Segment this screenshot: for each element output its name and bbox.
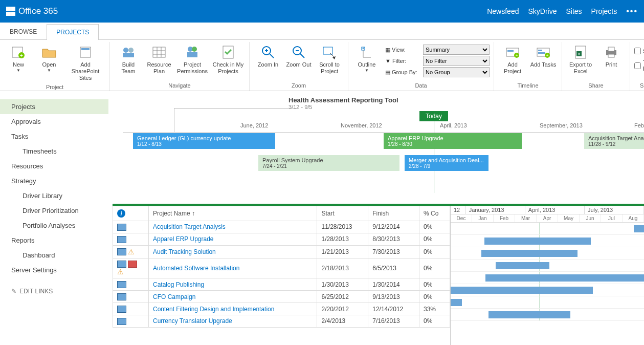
callout-title: Health Assessment Reporting Tool [288,96,398,104]
nav-projects[interactable]: Projects [591,7,617,15]
zoom-in-button[interactable]: Zoom In [254,43,282,69]
svg-rect-31 [507,50,514,52]
group-label-share: Share [566,81,626,90]
sidebar-item-driver-library[interactable]: Driver Library [0,188,108,203]
timeline-bar[interactable]: Payroll System Upgrade7/24 - 2/21 [258,155,399,171]
project-link[interactable]: Automated Software Installation [149,258,317,278]
grid-icon [151,44,167,60]
filter-select[interactable]: No Filter [423,56,490,66]
ribbon-group-project: +New▼ Open▼ Add SharePoint Sites Project [0,42,110,91]
sidebar-item-strategy[interactable]: Strategy [0,174,108,188]
timeline-bar[interactable]: Acquisition Target Analysis11/28 - 9/12 [584,133,644,149]
nav-newsfeed[interactable]: Newsfeed [487,7,519,15]
gantt-chart[interactable]: 12January, 2013April, 2013July, 2013 Dec… [450,206,644,345]
app-header: Office 365 Newsfeed SkyDrive Sites Proje… [0,0,644,23]
svg-line-18 [270,54,274,58]
project-link[interactable]: Currency Translator Upgrade [149,315,317,327]
add-project-button[interactable]: +Add Project [498,43,527,76]
table-row[interactable]: ⚠Audit Tracking Solution1/21/20137/30/20… [113,245,450,258]
outline-button[interactable]: +Outline▼ [352,43,381,74]
column-header[interactable]: Start [317,206,368,221]
gantt-bar[interactable] [488,311,570,318]
gantt-bar[interactable] [634,225,644,232]
column-header[interactable]: i [113,206,149,221]
print-button[interactable]: Print [597,43,626,69]
svg-rect-35 [538,50,542,51]
svg-rect-43 [608,47,614,51]
project-icon [117,293,126,300]
scroll-to-project-button[interactable]: Scroll to Project [315,43,344,76]
table-row[interactable]: Currency Translator Upgrade2/4/20137/16/… [113,315,450,327]
gantt-row [451,296,644,309]
sidebar-item-approvals[interactable]: Approvals [0,114,108,129]
group-label-navigate: Navigate [114,81,245,90]
sidebar-item-tasks[interactable]: Tasks [0,129,108,144]
table-row[interactable]: Content Filtering Design and Implementat… [113,303,450,315]
timewithdate-checkbox[interactable]: Time with Date [634,59,644,72]
project-link[interactable]: CFO Campaign [149,291,317,303]
team-icon [120,44,137,60]
zoom-out-button[interactable]: Zoom Out [284,43,313,69]
gantt-row [451,272,644,284]
sidebar-item-resources[interactable]: Resources [0,159,108,174]
open-button[interactable]: Open▼ [35,43,63,74]
gantt-bar[interactable] [451,287,593,294]
table-row[interactable]: Apparel ERP Upgrade1/28/20138/30/20130% [113,233,450,245]
gantt-bar[interactable] [451,299,462,306]
edit-links-button[interactable]: ✎ EDIT LINKS [0,288,108,295]
table-row[interactable]: ⚠Automated Software Installation2/18/201… [113,258,450,278]
add-tasks-button[interactable]: +Add Tasks [529,43,558,69]
svg-rect-7 [123,53,134,57]
gantt-month: January, 2013 [466,206,525,214]
column-header[interactable]: % Co [419,206,450,221]
more-icon[interactable]: ••• [626,7,638,16]
subprojects-checkbox[interactable]: Subprojects [634,48,644,54]
column-header[interactable]: Project Name ↑ [149,206,317,221]
table-row[interactable]: CFO Campaign6/25/20129/13/20130% [113,291,450,303]
table-row[interactable]: Catalog Publishing1/30/20131/30/20140% [113,278,450,291]
column-header[interactable]: Finish [368,206,419,221]
folder-open-icon [41,44,57,60]
timeline-bar[interactable]: General Ledger (GL) currency update1/12 … [133,133,275,149]
project-grid: iProject Name ↑StartFinish% Co Acquisiti… [113,206,450,345]
sidebar-item-driver-prioritization[interactable]: Driver Prioritization [0,203,108,218]
sidebar-item-dashboard[interactable]: Dashboard [0,248,108,263]
table-row[interactable]: Acquisition Target Analysis11/28/20139/1… [113,221,450,233]
project-link[interactable]: Content Filtering Design and Implementat… [149,303,317,315]
groupby-select[interactable]: No Group [423,67,490,77]
outline-icon: + [359,44,375,60]
new-button[interactable]: +New▼ [4,43,33,74]
ribbon-group-zoom: Zoom In Zoom Out Scroll to Project Zoom [250,42,348,91]
sidebar-item-projects[interactable]: Projects [0,99,108,114]
header-nav: Newsfeed SkyDrive Sites Projects ••• [487,7,638,16]
project-link[interactable]: Acquisition Target Analysis [149,221,317,233]
timeline[interactable]: Health Assessment Reporting Tool 3/12 - … [113,91,644,204]
checkin-button[interactable]: Check in My Projects [211,43,245,76]
project-link[interactable]: Apparel ERP Upgrade [149,233,317,245]
sidebar-item-timesheets[interactable]: Timesheets [0,144,108,159]
timeline-bar[interactable]: Apparel ERP Upgrade1/28 - 8/30 [384,133,522,149]
sidebar-item-portfolio-analyses[interactable]: Portfolio Analyses [0,218,108,233]
tab-projects[interactable]: PROJECTS [47,24,99,40]
build-team-button[interactable]: Build Team [114,43,143,76]
gantt-bar[interactable] [485,274,644,282]
gantt-bar[interactable] [484,238,591,245]
svg-text:+: + [362,46,365,51]
view-select[interactable]: Summary [423,45,490,55]
gantt-bar[interactable] [481,250,578,257]
timeline-track: June, 2012November, 2012April, 2013Septe… [123,132,644,193]
sidebar-item-reports[interactable]: Reports [0,233,108,248]
export-excel-button[interactable]: XExport to Excel [566,43,595,76]
tab-browse[interactable]: BROWSE [0,24,47,39]
project-link[interactable]: Catalog Publishing [149,278,317,291]
ribbon-group-showhide: Subprojects Time with Date Show/Hide [630,42,644,91]
nav-sites[interactable]: Sites [566,7,582,15]
project-link[interactable]: Audit Tracking Solution [149,245,317,258]
sidebar-item-server-settings[interactable]: Server Settings [0,263,108,277]
gantt-bar[interactable] [496,262,549,269]
timeline-bar[interactable]: Merger and Acquisition Deal...2/28 - 7/9 [405,155,488,171]
resource-plan-button[interactable]: Resource Plan [145,43,173,76]
nav-skydrive[interactable]: SkyDrive [528,7,557,15]
add-sharepoint-button[interactable]: Add SharePoint Sites [65,43,105,83]
project-permissions-button[interactable]: Project Permissions [175,43,209,76]
